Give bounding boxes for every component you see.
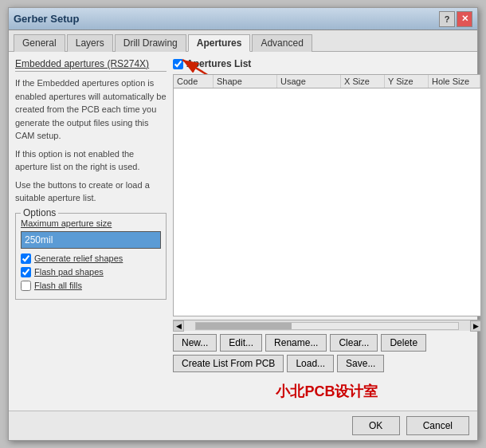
col-header-ysize: Y Size xyxy=(385,75,429,88)
tab-apertures[interactable]: Apertures xyxy=(188,34,251,52)
close-button[interactable]: ✕ xyxy=(457,11,472,27)
flash-fills-label: Flash all fills xyxy=(34,281,82,290)
bottom-bar: OK Cancel xyxy=(9,411,477,440)
new-button[interactable]: New... xyxy=(173,334,217,352)
delete-button[interactable]: Delete xyxy=(381,334,426,352)
tab-advanced[interactable]: Advanced xyxy=(252,34,312,52)
scroll-left-btn[interactable]: ◀ xyxy=(173,320,184,332)
apertures-table: Code Shape Usage X Size Y Size Hole Size xyxy=(173,74,481,316)
left-panel: Embedded apertures (RS274X) If the Embed… xyxy=(15,58,167,404)
apertures-header: Apertures List 勾选 xyxy=(173,58,481,69)
buttons-row-2: Create List From PCB Load... Save... xyxy=(173,355,481,372)
max-aperture-input[interactable] xyxy=(21,231,161,249)
col-header-hole: Hole Size xyxy=(429,75,480,88)
generate-relief-checkbox[interactable] xyxy=(21,253,31,264)
flash-fills-row: Flash all fills xyxy=(21,281,161,291)
dialog-window: Gerber Setup ? ✕ General Layers Drill Dr… xyxy=(8,7,478,441)
edit-button[interactable]: Edit... xyxy=(220,334,262,352)
load-button[interactable]: Load... xyxy=(287,355,334,372)
right-panel: Apertures List 勾选 Code Shape Usage xyxy=(173,58,481,404)
save-button[interactable]: Save... xyxy=(337,355,384,372)
generate-relief-row: Generate relief shapes xyxy=(21,253,161,264)
tab-layers[interactable]: Layers xyxy=(67,34,113,52)
flash-pad-label: Flash pad shapes xyxy=(34,267,104,277)
options-legend: Options xyxy=(21,207,58,218)
title-buttons: ? ✕ xyxy=(439,11,472,27)
col-header-shape: Shape xyxy=(214,75,277,88)
help-button[interactable]: ? xyxy=(439,11,455,27)
col-header-xsize: X Size xyxy=(341,75,385,88)
scrollbar-thumb[interactable] xyxy=(196,323,292,329)
apertures-list-title: Apertures List xyxy=(186,58,251,69)
title-bar-left: Gerber Setup xyxy=(14,13,79,25)
scrollbar-track[interactable] xyxy=(195,322,459,330)
apertures-list-checkbox[interactable] xyxy=(173,59,183,69)
flash-pad-row: Flash pad shapes xyxy=(21,267,161,277)
tab-bar: General Layers Drill Drawing Apertures A… xyxy=(9,30,477,52)
chinese-annotation: 小北PCB设计室 xyxy=(173,375,481,404)
dialog-title: Gerber Setup xyxy=(14,13,79,25)
main-content: Embedded apertures (RS274X) If the Embed… xyxy=(9,52,477,411)
flash-fills-checkbox[interactable] xyxy=(21,281,31,291)
options-group: Options Maximum aperture size Generate r… xyxy=(15,213,167,300)
horizontal-scrollbar[interactable]: ◀ ▶ xyxy=(173,320,481,331)
title-bar: Gerber Setup ? ✕ xyxy=(9,8,477,30)
col-header-code: Code xyxy=(174,75,214,88)
desc3-text: Use the buttons to create or load a suit… xyxy=(15,179,167,205)
tab-drill-drawing[interactable]: Drill Drawing xyxy=(115,34,186,52)
table-header: Code Shape Usage X Size Y Size Hole Size xyxy=(174,75,480,88)
flash-pad-checkbox[interactable] xyxy=(21,267,31,277)
max-aperture-label: Maximum aperture size xyxy=(21,218,161,228)
embedded-apertures-label: Embedded apertures (RS274X) xyxy=(15,58,167,72)
create-list-button[interactable]: Create List From PCB xyxy=(173,355,284,372)
generate-relief-label: Generate relief shapes xyxy=(34,253,123,263)
buttons-row-1: New... Edit... Rename... Clear... Delete xyxy=(173,334,481,352)
scroll-right-btn[interactable]: ▶ xyxy=(470,320,481,332)
clear-button[interactable]: Clear... xyxy=(330,334,378,352)
table-body xyxy=(174,88,480,264)
desc1-text: If the Embedded apertures option is enab… xyxy=(15,77,167,143)
tab-general[interactable]: General xyxy=(14,34,65,52)
rename-button[interactable]: Rename... xyxy=(265,334,327,352)
cancel-button[interactable]: Cancel xyxy=(406,416,469,435)
col-header-usage: Usage xyxy=(277,75,341,88)
ok-button[interactable]: OK xyxy=(352,416,400,435)
desc2-text: If this option is not enabled the apertu… xyxy=(15,147,167,174)
